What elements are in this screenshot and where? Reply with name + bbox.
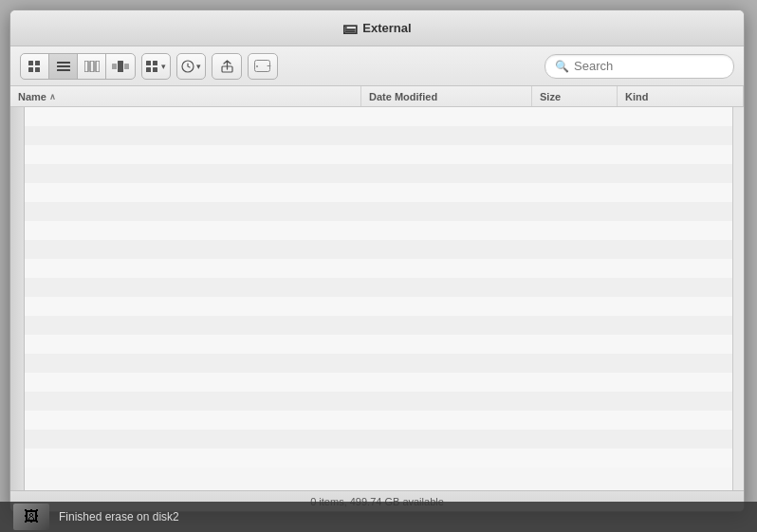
file-row[interactable]: [25, 107, 732, 126]
file-row[interactable]: [25, 126, 732, 145]
svg-rect-15: [146, 67, 151, 72]
file-row[interactable]: [25, 221, 732, 240]
arrange-button[interactable]: ▾: [141, 53, 171, 80]
file-row[interactable]: [25, 202, 732, 221]
share-button[interactable]: [212, 53, 242, 80]
file-row[interactable]: [25, 335, 732, 354]
file-list[interactable]: [25, 107, 732, 490]
svg-rect-10: [112, 64, 117, 69]
file-row[interactable]: [25, 145, 732, 164]
arrange-dropdown-arrow: ▾: [161, 62, 166, 71]
window-title-group: 🖴 External: [342, 20, 411, 37]
file-row[interactable]: [25, 449, 732, 468]
column-view-button[interactable]: [78, 54, 106, 79]
svg-rect-12: [124, 64, 129, 69]
search-input[interactable]: [574, 59, 724, 73]
notification-text: Finished erase on disk2: [59, 510, 179, 523]
action-button[interactable]: ▾: [176, 53, 206, 80]
svg-rect-9: [96, 61, 100, 72]
action-dropdown-arrow: ▾: [196, 62, 201, 71]
file-row[interactable]: [25, 411, 732, 430]
file-row[interactable]: [25, 164, 732, 183]
svg-rect-2: [28, 67, 33, 72]
file-row[interactable]: [25, 373, 732, 392]
svg-point-20: [256, 65, 258, 67]
svg-rect-8: [90, 61, 94, 72]
svg-rect-0: [28, 61, 33, 65]
file-row[interactable]: [25, 183, 732, 202]
svg-rect-11: [118, 61, 123, 72]
right-scrollbar[interactable]: [732, 107, 744, 490]
svg-rect-5: [57, 65, 70, 67]
notification-bar: 🖼 Finished erase on disk2: [0, 502, 757, 532]
svg-rect-14: [153, 61, 157, 65]
col-header-size[interactable]: Size: [532, 86, 618, 106]
svg-rect-7: [84, 61, 88, 72]
col-header-kind[interactable]: Kind: [618, 86, 744, 106]
notification-thumbnail: 🖼: [13, 504, 49, 530]
file-row[interactable]: [25, 392, 732, 411]
content-area: [10, 107, 744, 490]
tag-button[interactable]: [248, 53, 278, 80]
file-row[interactable]: [25, 297, 732, 316]
sidebar-strip: [10, 107, 25, 490]
svg-rect-4: [57, 62, 70, 64]
coverflow-view-button[interactable]: [106, 54, 135, 79]
sort-arrow: ∧: [49, 92, 56, 101]
icon-view-button[interactable]: [21, 54, 49, 79]
window-title: External: [362, 21, 411, 35]
col-header-name[interactable]: Name ∧: [10, 86, 361, 106]
col-header-date-modified[interactable]: Date Modified: [361, 86, 532, 106]
svg-rect-3: [35, 67, 40, 72]
search-icon: 🔍: [555, 60, 569, 73]
finder-window: 🖴 External: [9, 9, 745, 512]
file-row[interactable]: [25, 240, 732, 259]
search-bar[interactable]: 🔍: [545, 54, 734, 79]
toolbar: ▾ ▾: [10, 46, 744, 86]
drive-icon: 🖴: [342, 20, 358, 37]
file-row[interactable]: [25, 259, 732, 278]
svg-rect-13: [146, 61, 151, 65]
file-row[interactable]: [25, 430, 732, 449]
title-bar: 🖴 External: [10, 10, 744, 46]
svg-rect-6: [57, 69, 70, 71]
list-view-button[interactable]: [49, 54, 78, 79]
file-row[interactable]: [25, 354, 732, 373]
svg-rect-16: [153, 67, 157, 72]
svg-rect-1: [35, 61, 40, 65]
file-row[interactable]: [25, 278, 732, 297]
view-mode-group: [20, 53, 136, 80]
column-headers: Name ∧ Date Modified Size Kind: [10, 86, 744, 107]
file-row[interactable]: [25, 316, 732, 335]
